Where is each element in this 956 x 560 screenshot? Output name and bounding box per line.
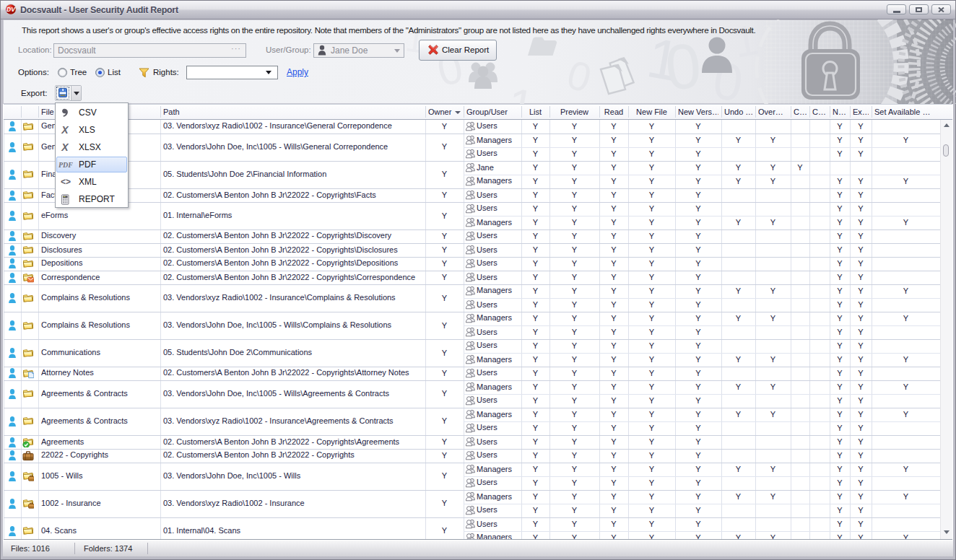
svg-text:DV: DV [6,6,16,13]
svg-text:X: X [61,142,69,152]
svg-text:<>: <> [61,177,71,187]
svg-text:1: 1 [504,78,539,104]
svg-text:0: 0 [562,51,596,101]
svg-text:X: X [61,125,69,135]
svg-text:0: 0 [662,29,705,104]
svg-text:PDF: PDF [58,161,73,169]
